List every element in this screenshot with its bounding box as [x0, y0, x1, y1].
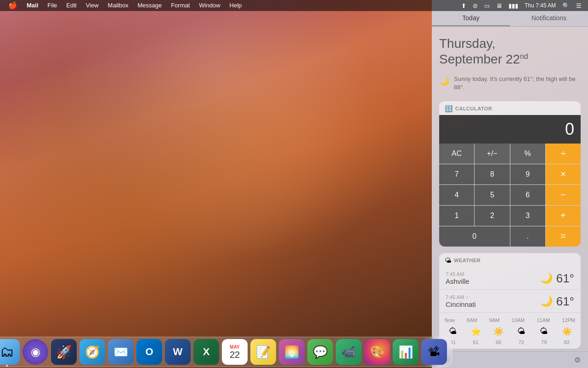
calc-0[interactable]: 0	[439, 226, 510, 247]
tab-today[interactable]: Today	[432, 10, 510, 26]
dock-mail[interactable]: ✉️	[108, 339, 134, 365]
dock-siri[interactable]: ◉	[23, 339, 48, 365]
calc-1[interactable]: 1	[439, 206, 474, 226]
apple-menu[interactable]: 🍎	[4, 0, 22, 11]
forecast-temp-10am: 72	[513, 339, 530, 345]
tab-notifications[interactable]: Notifications	[510, 10, 588, 26]
calc-7[interactable]: 7	[439, 164, 474, 184]
calc-5[interactable]: 5	[475, 185, 509, 205]
forecast-icon-12pm: ☀️	[559, 327, 575, 337]
forecast-hour-12pm: 12PM	[562, 317, 575, 323]
calculator-title: CALCULATOR	[455, 106, 492, 111]
forecast-icons: 🌤 ⭐ ☀️ 🌤 🌤 ☀️	[445, 327, 575, 337]
dock-excel[interactable]: X	[193, 339, 219, 365]
search-icon[interactable]: 🔍	[560, 2, 571, 9]
app-name-menu[interactable]: Mail	[22, 0, 43, 11]
forecast-temp-11am: 79	[536, 339, 552, 345]
menubar-time: Thu 7:45 AM	[523, 2, 558, 9]
forecast-hour-9am: 9AM	[489, 317, 500, 323]
calc-divide[interactable]: ÷	[546, 144, 581, 164]
ashville-weather-icon: 🌙	[540, 272, 553, 284]
dock-safari[interactable]: 🧭	[79, 339, 105, 365]
window-menu[interactable]: Window	[194, 0, 225, 11]
ashville-city: Ashville	[446, 277, 469, 285]
weather-summary-text: Sunny today. It's currently 61°; the hig…	[454, 75, 581, 92]
calc-6[interactable]: 6	[510, 185, 545, 205]
nc-toggle-icon[interactable]: ☰	[574, 2, 583, 9]
weather-summary-icon: 🌙	[439, 75, 449, 87]
calculator-widget-header: 🔢 CALCULATOR	[439, 101, 581, 115]
dock-finder[interactable]: 🗂	[0, 339, 20, 365]
dock-notes[interactable]: 📝	[250, 339, 276, 365]
dock-outlook[interactable]: O	[136, 339, 162, 365]
dock-photos[interactable]: 🎨	[364, 339, 390, 365]
cincinnati-time: 7:45 AM ↑	[446, 294, 476, 300]
view-menu[interactable]: View	[81, 0, 103, 11]
weather-title: WEATHER	[454, 258, 481, 263]
weather-icon: 🌤	[445, 257, 451, 264]
desktop-background	[0, 0, 432, 350]
airplay-icon[interactable]: ▭	[482, 2, 492, 9]
location-arrow-icon: ↑	[466, 294, 469, 300]
menubar-right: ⬆ ⊘ ▭ 🖥 ▮▮▮ Thu 7:45 AM 🔍 ☰	[459, 2, 588, 9]
calc-sign[interactable]: +/−	[475, 144, 509, 164]
dock-facetime[interactable]: 📹	[336, 339, 362, 365]
ashville-time: 7:45 AM	[446, 271, 469, 277]
calc-8[interactable]: 8	[475, 164, 509, 184]
forecast-hour-now: Now	[445, 317, 455, 323]
do-not-disturb-icon[interactable]: ⊘	[471, 2, 480, 9]
mailbox-menu[interactable]: Mailbox	[103, 0, 133, 11]
weather-location-cincinnati[interactable]: 7:45 AM ↑ Cincinnati 🌙 61°	[439, 290, 581, 313]
nc-settings-icon[interactable]: ⚙	[574, 356, 581, 364]
forecast-icon-11am: 🌤	[536, 327, 552, 337]
forecast-icon-8am: ⭐	[468, 327, 484, 337]
calc-ac[interactable]: AC	[439, 144, 474, 164]
dock-numbers[interactable]: 📊	[393, 339, 418, 365]
nc-weather-summary: 🌙 Sunny today. It's currently 61°; the h…	[439, 75, 581, 92]
forecast-hours: Now 8AM 9AM 10AM 11AM 12PM	[445, 317, 575, 323]
displays-icon[interactable]: 🖥	[494, 2, 504, 9]
forecast-temps: 61 61 66 72 79 82	[445, 339, 575, 345]
calc-3[interactable]: 3	[510, 206, 545, 226]
nc-date: Thursday, September 22nd	[439, 36, 581, 67]
battery-icon[interactable]: ▮▮▮	[507, 2, 520, 9]
file-menu[interactable]: File	[43, 0, 62, 11]
ashville-temp: 61°	[556, 271, 574, 286]
message-menu[interactable]: Message	[133, 0, 166, 11]
forecast-temp-8am: 61	[468, 339, 484, 345]
calculator-widget: 🔢 CALCULATOR 0 AC +/− % ÷ 7 8 9 × 4 5 6 …	[439, 101, 581, 247]
cincinnati-city: Cincinnati	[446, 300, 476, 308]
help-menu[interactable]: Help	[225, 0, 247, 11]
edit-menu[interactable]: Edit	[62, 0, 81, 11]
forecast-icon-now: 🌤	[445, 327, 461, 337]
calc-plus[interactable]: +	[546, 206, 581, 226]
date-line2: September 22nd	[439, 52, 581, 67]
calc-percent[interactable]: %	[510, 144, 545, 164]
calc-display: 0	[439, 115, 581, 144]
calc-9[interactable]: 9	[510, 164, 545, 184]
calc-minus[interactable]: −	[546, 185, 581, 205]
forecast-icon-9am: ☀️	[490, 327, 507, 337]
weather-widget: 🌤 WEATHER 7:45 AM Ashville 🌙 61°	[439, 253, 581, 349]
menubar: 🍎 Mail File Edit View Mailbox Message Fo…	[0, 0, 588, 11]
weather-location-ashville[interactable]: 7:45 AM Ashville 🌙 61°	[439, 267, 581, 290]
dock-photos-bg[interactable]: 🌅	[279, 339, 305, 365]
weather-widget-header: 🌤 WEATHER	[439, 253, 581, 267]
calc-multiply[interactable]: ×	[546, 164, 581, 184]
cincinnati-weather-icon: 🌙	[540, 295, 553, 307]
calc-equals[interactable]: =	[546, 226, 581, 247]
desktop: 🍎 Mail File Edit View Mailbox Message Fo…	[0, 0, 588, 368]
calc-4[interactable]: 4	[439, 185, 474, 205]
format-menu[interactable]: Format	[166, 0, 194, 11]
calc-dot[interactable]: .	[510, 226, 545, 247]
notification-center-panel: Today Notifications Thursday, September …	[432, 0, 588, 368]
calc-2[interactable]: 2	[475, 206, 509, 226]
dock-launchpad[interactable]: 🚀	[51, 339, 77, 365]
location-icon: ⬆	[459, 2, 468, 9]
dock-keynote[interactable]: 📽	[421, 339, 447, 365]
dock-messages[interactable]: 💬	[307, 339, 333, 365]
dock-calendar[interactable]: MAY 22	[222, 339, 248, 365]
forecast-temp-12pm: 82	[559, 339, 575, 345]
forecast-hour-10am: 10AM	[512, 317, 525, 323]
dock-word[interactable]: W	[165, 339, 191, 365]
